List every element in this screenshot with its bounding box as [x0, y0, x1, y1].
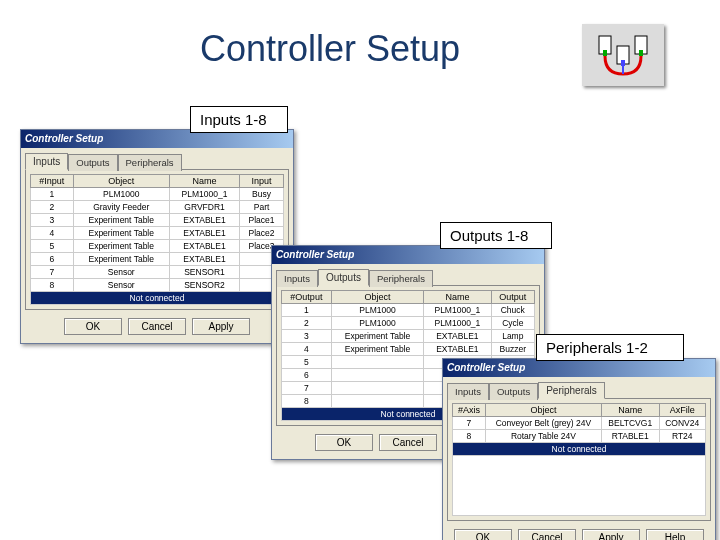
- ok-button[interactable]: OK: [64, 318, 122, 335]
- col-header: Object: [485, 404, 601, 417]
- tab-outputs[interactable]: Outputs: [318, 269, 369, 286]
- tab-outputs[interactable]: Outputs: [68, 154, 117, 171]
- label-inputs: Inputs 1-8: [190, 106, 288, 133]
- controller-icon: [582, 24, 664, 86]
- apply-button[interactable]: Apply: [582, 529, 640, 540]
- table-row[interactable]: 1PLM1000PLM1000_1Busy: [31, 188, 284, 201]
- table-row[interactable]: 3Experiment TableEXTABLE1Place1: [31, 214, 284, 227]
- col-header: Name: [424, 291, 491, 304]
- label-peripherals: Peripherals 1-2: [536, 334, 684, 361]
- dialog-inputs: Controller Setup Inputs Outputs Peripher…: [20, 129, 294, 344]
- table-row[interactable]: 7Conveyor Belt (grey) 24VBELTCVG1CONV24: [453, 417, 706, 430]
- ok-button[interactable]: OK: [454, 529, 512, 540]
- svg-rect-1: [603, 50, 607, 56]
- help-button[interactable]: Help: [646, 529, 704, 540]
- tab-inputs[interactable]: Inputs: [447, 383, 489, 400]
- inputs-table: #Input Object Name Input 1PLM1000PLM1000…: [30, 174, 284, 305]
- tab-outputs[interactable]: Outputs: [489, 383, 538, 400]
- empty-area: [452, 456, 706, 516]
- table-row[interactable]: 3Experiment TableEXTABLE1Lamp: [282, 330, 535, 343]
- table-row[interactable]: 2PLM1000PLM1000_1Cycle: [282, 317, 535, 330]
- dialog-peripherals: Controller Setup Inputs Outputs Peripher…: [442, 358, 716, 540]
- table-row[interactable]: 1PLM1000PLM1000_1Chuck: [282, 304, 535, 317]
- not-connected-row[interactable]: Not connected: [31, 292, 284, 305]
- not-connected-row[interactable]: Not connected: [453, 443, 706, 456]
- tab-peripherals[interactable]: Peripherals: [118, 154, 182, 171]
- table-row[interactable]: 8Rotary Table 24VRTABLE1RT24: [453, 430, 706, 443]
- tab-peripherals[interactable]: Peripherals: [538, 382, 605, 399]
- table-row[interactable]: 7SensorSENSOR1: [31, 266, 284, 279]
- cancel-button[interactable]: Cancel: [128, 318, 186, 335]
- peripherals-table: #Axis Object Name AxFile 7Conveyor Belt …: [452, 403, 706, 456]
- col-header: Name: [169, 175, 239, 188]
- apply-button[interactable]: Apply: [192, 318, 250, 335]
- page-title: Controller Setup: [200, 28, 460, 70]
- dialog-title: Controller Setup: [443, 359, 715, 377]
- col-header: AxFile: [659, 404, 706, 417]
- table-row[interactable]: 4Experiment TableEXTABLE1Buzzer: [282, 343, 535, 356]
- col-header: Object: [331, 291, 423, 304]
- col-header: Name: [601, 404, 659, 417]
- col-header: Object: [73, 175, 169, 188]
- col-header: #Output: [282, 291, 332, 304]
- tab-inputs[interactable]: Inputs: [25, 153, 68, 170]
- tab-inputs[interactable]: Inputs: [276, 270, 318, 287]
- table-row[interactable]: 4Experiment TableEXTABLE1Place2: [31, 227, 284, 240]
- label-outputs: Outputs 1-8: [440, 222, 552, 249]
- cancel-button[interactable]: Cancel: [379, 434, 437, 451]
- col-header: Output: [491, 291, 534, 304]
- table-row[interactable]: 8SensorSENSOR2: [31, 279, 284, 292]
- tab-peripherals[interactable]: Peripherals: [369, 270, 433, 287]
- cancel-button[interactable]: Cancel: [518, 529, 576, 540]
- svg-rect-3: [621, 60, 625, 66]
- col-header: #Input: [31, 175, 74, 188]
- table-row[interactable]: 5Experiment TableEXTABLE1Place3: [31, 240, 284, 253]
- col-header: #Axis: [453, 404, 486, 417]
- col-header: Input: [240, 175, 284, 188]
- svg-rect-5: [639, 50, 643, 56]
- table-row[interactable]: 6Experiment TableEXTABLE1: [31, 253, 284, 266]
- table-row[interactable]: 2Gravity FeederGRVFDR1Part: [31, 201, 284, 214]
- ok-button[interactable]: OK: [315, 434, 373, 451]
